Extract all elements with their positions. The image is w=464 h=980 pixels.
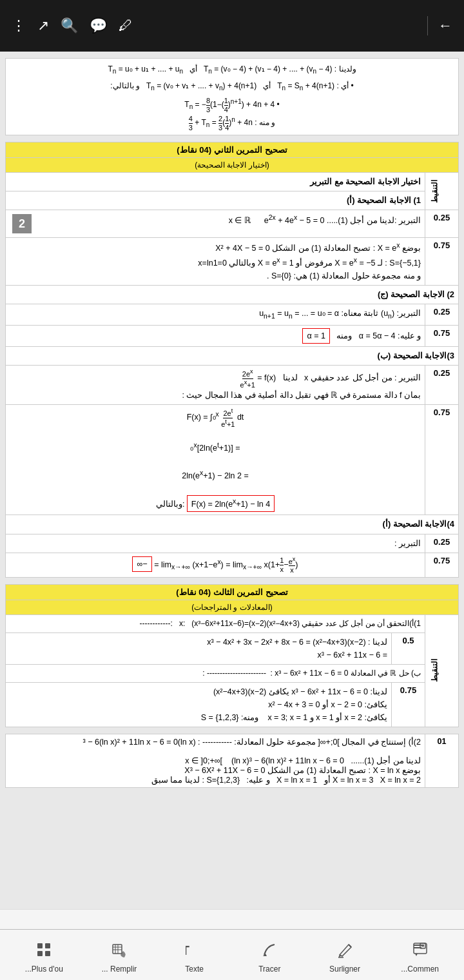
exercise3b-table: 01 2)أ) إستنتاج في المجال ]0;+∞[ مجموعة … [5,734,459,788]
ex2-q2-score1: 0.25 [425,304,459,325]
content-area: ولدينا : Tn = (v₀ − 4) + (v₁ − 4) + ....… [0,52,464,878]
back-icon[interactable]: ← [438,17,452,34]
ex2-q3-content1: التبرير : من أجل كل عدد حقيقي x لدينا f(… [6,366,425,405]
more-label: Plus d'ou... [25,965,63,974]
ex2-q4-score2: 0.75 [425,553,459,577]
top-bar-left: ← [423,16,452,35]
toolbar-text[interactable]: T Texte [157,936,232,974]
ex2-q3-score2: 0.75 [425,404,459,514]
search-icon[interactable]: 🔍 [61,17,78,34]
toolbar-fill[interactable]: Remplir ... [82,936,157,974]
ex2-q3-header: 3)الاجابة الصحيحة (ب) [6,346,459,366]
svg-text:T: T [186,943,189,957]
tracer-label: Tracer [258,965,280,974]
more-tool-icon [30,936,57,963]
fill-label: Remplir ... [102,965,137,974]
toolbar-spacer [5,794,459,872]
ex2-q1-score2: 0.75 [425,238,459,285]
formulas-row: ولدينا : Tn = (v₀ − 4) + (v₁ − 4) + ....… [6,59,459,135]
ex2-label: التنقيط [425,172,459,210]
ex2-q1-score1: 0.25 [425,210,459,238]
ex3b-content: 2)أ) إستنتاج في المجال ]0;+∞[ مجموعة حلو… [6,734,425,787]
exercise3-table: تصحيح التمرين الثالث (04 نقاط) (المعادلا… [5,584,459,727]
ex3-p1a-label: 1)أ)التحقق أن من أجل كل عدد حقيقي x: (x³… [6,614,425,632]
toolbar-icons-row: Commen... Surligner Tracer [0,932,464,975]
ex3-label: التنقيط [425,614,459,727]
ex2-q4-label: التبرير : [6,534,425,553]
pen-icon[interactable]: 🖊 [119,17,133,34]
ex2-q2-content2: و عليه: α = 5α − 4 ومنه α = 1 [6,325,425,346]
text-label: Texte [185,965,204,974]
svg-marker-3 [415,954,418,956]
ex2-q2-header: 2) الاجابة الصحيحة (ج) [6,285,459,304]
share-icon[interactable]: ↗ [37,17,49,34]
top-bar: ← 🖊 💬 🔍 ↗ ⋮ [0,0,464,52]
top-formulas-table: ولدينا : Tn = (v₀ − 4) + (v₁ − 4) + ....… [5,58,459,135]
toolbar-divider [0,929,464,930]
svg-rect-17 [45,951,50,956]
ex2-q4-limit: limx→+∞ (x+1−ex) = limx→+∞ x(1+1x−exx) =… [6,553,425,577]
toolbar-tracer[interactable]: Tracer [232,936,307,974]
ex3b-score: 01 [425,734,459,787]
ex2-q4-header: 4)الاجابة الصحيحة (أ) [6,514,459,534]
highlight-tool-icon [331,936,358,963]
toolbar-comment[interactable]: Commen... [382,936,458,974]
tracer-tool-icon [256,936,283,963]
badge-2: 2 [12,214,32,233]
ex2-q2-score2: 0.75 [425,325,459,346]
divider [427,16,428,35]
toolbar-more[interactable]: Plus d'ou... [6,936,82,974]
exercise2-table: تصحيح التمرين الثاني (04 نقاط) (اختيار ا… [5,142,459,578]
top-bar-right: 🖊 💬 🔍 ↗ ⋮ [12,17,133,34]
svg-rect-16 [37,951,43,956]
ex2-intro: اختيار الاجابة الصحيحة مع التبرير [6,172,425,191]
ex3-header: تصحيح التمرين الثالث (04 نقاط) [6,584,459,600]
ex2-q3-content2: F(x) = ∫₀x 2etet+1 dt = [2ln(et+1)]₀x = … [6,404,425,514]
ex3-p1a-content: لدينا : (x−2)(x²−4x+3) = x³ − 4x² + 3x −… [6,632,392,664]
more-icon[interactable]: ⋮ [12,17,26,34]
ex2-q3-score1: 0.25 [425,366,459,405]
ex2-subheader: (اختيار الاجابة الصحيحة) [6,157,459,172]
ex3-p1a-score: 0.5 [392,632,425,664]
ex2-q4-score1: 0.25 [425,534,459,553]
ex2-q1-content2: بوضع X = ex : تصبح المعادلة (1) من الشكل… [6,238,425,285]
ex2-q1-header: 1) الاجابة الصحيحة (أ) [6,191,425,210]
ex3-p1b-content: لدينا: x³ − 6x² + 11x − 6 = 0 يكافئ (x−2… [6,682,392,727]
ex2-q1-content1: التبرير :لدينا من أجل x ∈ ℝ e2x + 4ex − … [6,210,425,238]
svg-rect-15 [45,943,50,948]
ex3-p1b-label: ب) حل ℝ في المعادلة x³ − 6x² + 11x − 6 =… [6,664,425,682]
comment-tool-icon [407,936,434,963]
ex3-p1b-score: 0.75 [392,682,425,727]
text-tool-icon: T [181,936,208,963]
svg-rect-14 [37,943,43,948]
ex2-header: تصحيح التمرين الثاني (04 نقاط) [6,142,459,157]
ex2-q2-content1: التبرير: (un) ثابتة معناه: un+1 = un = .… [6,304,425,325]
toolbar-highlight[interactable]: Surligner [307,936,383,974]
fill-tool-icon [106,936,133,963]
comment-label: Commen... [401,965,439,974]
bottom-toolbar: Commen... Surligner Tracer [0,909,464,980]
ex3-subheader: (المعادلات و المتراجحات) [6,600,459,614]
svg-rect-9 [113,945,122,954]
highlight-label: Surligner [329,965,360,974]
comment-icon[interactable]: 💬 [90,17,107,34]
